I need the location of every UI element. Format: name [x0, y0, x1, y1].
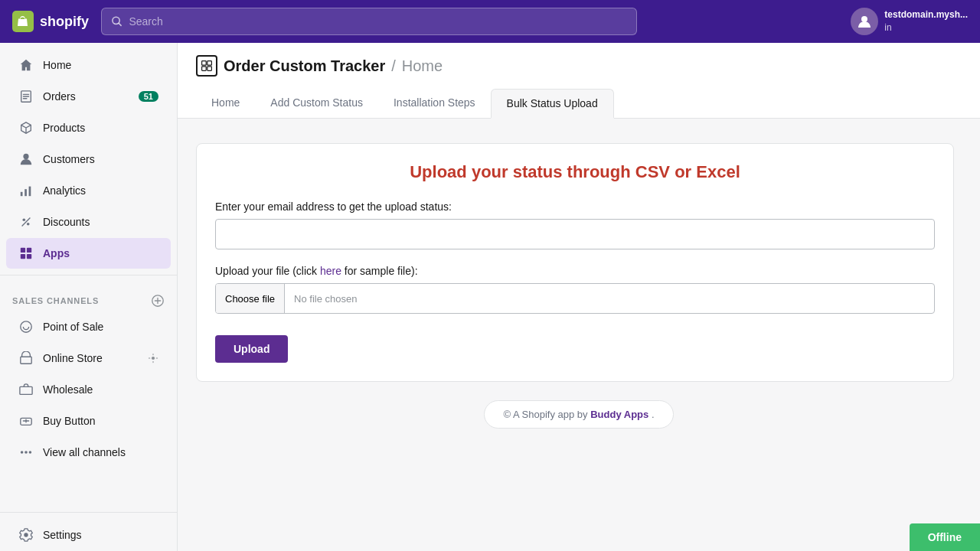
svg-point-3 [23, 154, 28, 159]
search-bar[interactable] [101, 8, 637, 35]
sidebar-label-buy-button: Buy Button [43, 415, 96, 427]
footer-period: . [652, 409, 655, 420]
sidebar-label-online-store: Online Store [43, 352, 103, 364]
shopify-bag-icon [12, 11, 34, 32]
file-form-group: Upload your file (click here for sample … [215, 265, 935, 314]
tab-installation-steps[interactable]: Installation Steps [378, 89, 491, 118]
sample-file-link[interactable]: here [320, 265, 341, 277]
svg-point-16 [152, 357, 155, 360]
app-icon [196, 55, 217, 77]
tabs: Home Add Custom Status Installation Step… [196, 89, 962, 118]
file-label: Upload your file (click here for sample … [215, 265, 935, 277]
svg-rect-23 [207, 61, 212, 66]
svg-rect-25 [207, 67, 212, 71]
sidebar-item-orders[interactable]: Orders 51 [6, 81, 171, 112]
svg-point-7 [23, 219, 26, 222]
user-icon [857, 14, 872, 29]
search-input[interactable] [129, 15, 627, 28]
file-chosen-text: No file chosen [285, 293, 366, 305]
settings-icon [18, 527, 34, 543]
svg-point-19 [21, 451, 24, 454]
tab-add-custom-status[interactable]: Add Custom Status [255, 89, 378, 118]
sidebar-label-products: Products [43, 122, 85, 134]
avatar[interactable] [851, 8, 878, 35]
shopify-label: shopify [40, 14, 89, 30]
sidebar-label-wholesale: Wholesale [43, 383, 93, 396]
svg-rect-15 [21, 357, 31, 364]
sidebar-item-products[interactable]: Products [6, 112, 171, 143]
discounts-icon [18, 214, 34, 230]
svg-point-14 [21, 321, 31, 332]
sales-channels-label: SALES CHANNELS [0, 282, 177, 311]
sidebar-item-wholesale[interactable]: Wholesale [6, 374, 171, 405]
wholesale-icon [18, 382, 34, 397]
customers-icon [18, 152, 34, 167]
svg-point-21 [29, 451, 32, 454]
sidebar-item-apps[interactable]: Apps [6, 238, 171, 269]
content-area: Order Custom Tracker / Home Home Add Cus… [178, 43, 980, 551]
sidebar-label-discounts: Discounts [43, 216, 90, 228]
sidebar-label-customers: Customers [43, 153, 95, 165]
search-icon [111, 15, 122, 28]
sidebar-item-buy-button[interactable]: Buy Button [6, 406, 171, 436]
sidebar-item-home[interactable]: Home [6, 50, 171, 80]
footer-copyright: © [503, 409, 511, 420]
svg-rect-22 [202, 61, 207, 66]
shopify-logo[interactable]: shopify [12, 11, 89, 32]
user-name: testdomain.mysh... [884, 8, 968, 21]
sidebar-label-view-all: View all channels [43, 446, 126, 458]
file-label-suffix: for sample file): [341, 265, 418, 277]
user-status: in [884, 21, 968, 34]
upload-title: Upload your status through CSV or Excel [215, 162, 935, 182]
store-settings-icon[interactable] [148, 353, 158, 364]
sidebar: Home Orders 51 Products Customers [0, 43, 178, 551]
sidebar-item-point-of-sale[interactable]: Point of Sale [6, 311, 171, 342]
svg-rect-4 [21, 192, 23, 196]
file-upload-row: Choose file No file chosen [215, 283, 935, 314]
sidebar-nav: Home Orders 51 Products Customers [0, 43, 177, 474]
sidebar-divider [0, 275, 177, 276]
sidebar-item-customers[interactable]: Customers [6, 144, 171, 174]
topbar-user-section: testdomain.mysh... in [851, 8, 968, 35]
orders-icon [18, 89, 34, 104]
analytics-icon [18, 183, 34, 198]
svg-point-20 [24, 451, 28, 454]
home-icon [18, 57, 34, 73]
breadcrumb-separator: / [391, 57, 396, 75]
sidebar-item-online-store[interactable]: Online Store [6, 343, 171, 373]
offline-badge: Offline [910, 523, 980, 551]
main-layout: Home Orders 51 Products Customers [0, 43, 980, 551]
sidebar-label-orders: Orders [43, 90, 76, 103]
user-info: testdomain.mysh... in [884, 8, 968, 34]
footer-badge: © A Shopify app by Buddy Apps . [484, 400, 673, 429]
sidebar-label-home: Home [43, 59, 71, 71]
sidebar-item-discounts[interactable]: Discounts [6, 207, 171, 237]
pos-icon [18, 319, 34, 334]
svg-rect-6 [29, 187, 31, 197]
orders-badge: 51 [139, 91, 158, 102]
tab-home[interactable]: Home [196, 89, 255, 118]
sidebar-label-apps: Apps [43, 247, 70, 259]
footer-text: A Shopify app by [513, 409, 590, 420]
sidebar-item-settings[interactable]: Settings [6, 520, 171, 550]
sidebar-label-analytics: Analytics [43, 184, 86, 197]
store-icon [18, 350, 34, 366]
svg-rect-24 [202, 67, 207, 71]
apps-icon [18, 246, 34, 261]
sidebar-item-analytics[interactable]: Analytics [6, 175, 171, 206]
sidebar-label-settings: Settings [43, 529, 82, 541]
settings-section: Settings [0, 512, 177, 551]
add-channel-icon[interactable] [151, 294, 165, 308]
svg-rect-9 [21, 248, 25, 253]
svg-rect-11 [21, 254, 25, 259]
email-label: Enter your email address to get the uplo… [215, 201, 935, 213]
buddy-apps-link[interactable]: Buddy Apps [590, 409, 648, 420]
breadcrumb-bar: Order Custom Tracker / Home Home Add Cus… [178, 43, 980, 119]
choose-file-button[interactable]: Choose file [216, 284, 285, 313]
breadcrumb-home[interactable]: Home [402, 57, 443, 75]
email-input[interactable] [215, 219, 935, 249]
tab-bulk-status-upload[interactable]: Bulk Status Upload [491, 89, 614, 119]
sidebar-item-view-all-channels[interactable]: View all channels [6, 437, 171, 468]
ellipsis-icon [18, 445, 34, 460]
upload-button[interactable]: Upload [215, 335, 288, 363]
